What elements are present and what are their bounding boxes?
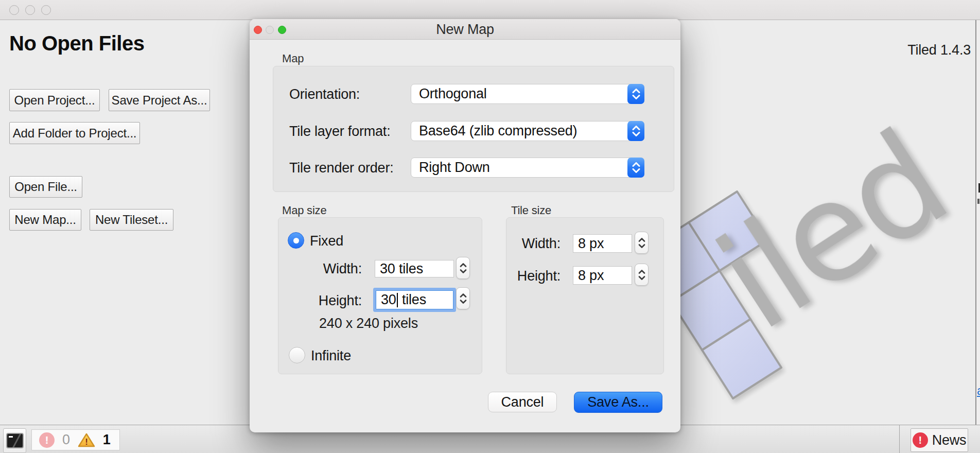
infinite-radio[interactable] (289, 347, 305, 363)
dropdown-arrows-icon[interactable] (627, 84, 644, 104)
tile-layer-format-label: Tile layer format: (289, 124, 390, 140)
dialog-zoom-icon[interactable] (278, 26, 286, 34)
error-count: 0 (62, 432, 70, 448)
map-size-group-label: Map size (282, 204, 326, 217)
open-project-button[interactable]: Open Project... (9, 89, 100, 111)
tile-height-input[interactable]: 8 px (573, 266, 632, 285)
issues-counter[interactable]: ! 0 ! 1 (31, 429, 120, 450)
tiled-app-window: iled No Open Files Tiled 1.4.3 Open Proj… (0, 0, 980, 453)
map-height-input-focused[interactable]: 30 tiles (376, 290, 453, 309)
dialog-title: New Map (250, 19, 680, 40)
cancel-button[interactable]: Cancel (488, 392, 557, 412)
news-button-label: News (932, 432, 967, 448)
orientation-label: Orientation: (289, 86, 360, 102)
console-toggle-button[interactable] (3, 428, 26, 453)
right-edge-panel: a (975, 20, 980, 453)
dropdown-arrows-icon[interactable] (627, 158, 644, 178)
infinite-radio-label[interactable]: Infinite (311, 348, 351, 364)
news-alert-icon: ! (913, 432, 928, 448)
warning-icon: ! (78, 432, 95, 448)
tile-width-input[interactable]: 8 px (573, 234, 632, 253)
warning-count: 1 (103, 432, 111, 448)
fixed-radio[interactable] (288, 232, 304, 249)
zoom-window-icon[interactable] (41, 5, 51, 15)
minimize-window-icon[interactable] (25, 5, 35, 15)
tile-height-stepper[interactable] (635, 264, 649, 286)
app-version-label: Tiled 1.4.3 (900, 42, 971, 58)
tile-render-order-value: Right Down (419, 160, 490, 175)
tile-width-stepper[interactable] (635, 232, 649, 254)
page-title: No Open Files (9, 32, 144, 55)
tile-layer-format-value: Base64 (zlib compressed) (419, 123, 577, 138)
map-group-label: Map (282, 52, 304, 65)
save-project-as-button[interactable]: Save Project As... (109, 89, 210, 111)
dialog-titlebar[interactable]: New Map (250, 19, 680, 40)
new-map-dialog: New Map Map Orientation: Orthogonal Tile… (250, 19, 680, 432)
map-width-input[interactable]: 30 tiles (375, 260, 454, 277)
dialog-close-icon[interactable] (254, 26, 262, 34)
orientation-select[interactable]: Orthogonal (411, 84, 644, 104)
dialog-minimize-icon (266, 26, 274, 34)
watermark-text: iled (692, 102, 971, 360)
tile-width-label: Width: (504, 236, 561, 252)
tile-layer-format-select[interactable]: Base64 (zlib compressed) (411, 121, 644, 141)
tile-height-label: Height: (504, 268, 561, 284)
save-as-button[interactable]: Save As... (574, 392, 662, 413)
map-width-stepper[interactable] (456, 257, 470, 279)
open-file-button[interactable]: Open File... (9, 176, 82, 198)
dropdown-arrows-icon[interactable] (627, 121, 644, 141)
new-tileset-button[interactable]: New Tileset... (90, 209, 173, 231)
map-height-label: Height: (310, 293, 362, 309)
text-cursor (397, 293, 398, 307)
news-button[interactable]: ! News (911, 428, 968, 452)
statusbar-separator (899, 425, 900, 453)
add-folder-to-project-button[interactable]: Add Folder to Project... (9, 122, 140, 144)
tile-render-order-label: Tile render order: (289, 160, 394, 176)
main-titlebar (0, 0, 980, 20)
new-map-button[interactable]: New Map... (9, 209, 81, 231)
orientation-value: Orthogonal (419, 86, 487, 101)
edge-link-fragment[interactable]: a (977, 384, 980, 398)
close-window-icon[interactable] (9, 5, 19, 15)
terminal-icon (6, 433, 24, 448)
map-pixel-size-label: 240 x 240 pixels (319, 316, 418, 332)
svg-text:!: ! (85, 437, 87, 447)
edge-glyph (977, 199, 979, 204)
map-width-label: Width: (310, 261, 362, 277)
fixed-radio-label[interactable]: Fixed (310, 233, 343, 249)
map-height-stepper[interactable] (456, 287, 470, 309)
tile-size-group-label: Tile size (511, 204, 551, 217)
tile-render-order-select[interactable]: Right Down (411, 158, 644, 178)
error-icon: ! (39, 432, 55, 448)
